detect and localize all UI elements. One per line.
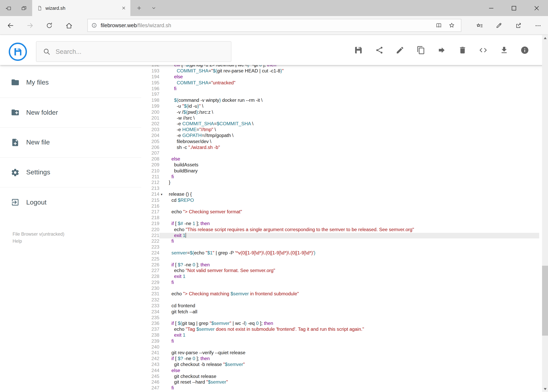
forward-icon[interactable] <box>22 18 38 33</box>
code-line-243[interactable]: 243 git checkout -b release "$semver" <box>141 362 539 368</box>
vertical-scrollbar[interactable] <box>542 35 548 392</box>
hub-icon[interactable] <box>472 18 487 33</box>
code-line-239[interactable]: 239 fi <box>141 338 539 344</box>
search-box[interactable] <box>36 41 231 62</box>
code-line-244[interactable]: 244 else <box>141 368 539 374</box>
tab-close-icon[interactable] <box>120 5 127 11</box>
code-line-213[interactable]: 213 <box>141 186 539 192</box>
code-line-196[interactable]: 196 fi <box>141 86 539 92</box>
code-line-192[interactable]: 192 elif [ "$(git log -1 2> /dev/null | … <box>141 65 539 68</box>
code-line-194[interactable]: 194 else <box>141 74 539 80</box>
code-editor[interactable]: 192 elif [ "$(git log -1 2> /dev/null | … <box>141 65 539 392</box>
code-line-223[interactable]: 223 <box>141 245 539 250</box>
code-line-232[interactable]: 232 <box>141 297 539 303</box>
code-line-237[interactable]: 237 echo "Tag $semver does not exist in … <box>141 327 539 333</box>
code-line-247[interactable]: 247 fi <box>141 385 539 391</box>
code-line-197[interactable]: 197 <box>141 92 539 98</box>
code-line-210[interactable]: 210 buildBinary <box>141 168 539 174</box>
new-tab-icon[interactable] <box>132 0 146 16</box>
code-line-222[interactable]: 222 fi <box>141 238 539 245</box>
minimize-button[interactable] <box>480 0 503 16</box>
code-line-224[interactable]: 224 semver=$(echo "$1" | grep -P '^v(0|[… <box>141 250 539 256</box>
address-bar[interactable]: filebrowser.web/files/wizard.sh <box>87 19 461 32</box>
sidebar-item-my-files[interactable]: My files <box>0 68 141 98</box>
code-line-204[interactable]: 204 -e GOPATH=//tmp/gopath \ <box>141 133 539 139</box>
code-line-202[interactable]: 202 -e COMMIT_SHA=$COMMIT_SHA \ <box>141 121 539 127</box>
download-button[interactable] <box>500 46 508 54</box>
help-link[interactable]: Help <box>13 238 64 245</box>
code-line-198[interactable]: 198 $(command -v winpty) docker run --rm… <box>141 98 539 104</box>
code-line-215[interactable]: 215 cd $REPO <box>141 197 539 203</box>
code-line-217[interactable]: 217 echo "> Checking semver format" <box>141 209 539 215</box>
code-line-218[interactable]: 218 <box>141 215 539 221</box>
share-button[interactable] <box>375 46 384 54</box>
code-line-231[interactable]: 231 echo "> Checking matching $semver in… <box>141 291 539 297</box>
code-line-240[interactable]: 240 <box>141 344 539 350</box>
page-info-icon[interactable] <box>91 22 97 28</box>
search-input[interactable] <box>55 48 225 55</box>
code-line-233[interactable]: 233 cd frontend <box>141 303 539 309</box>
tab-list-chevron-icon[interactable] <box>147 0 161 16</box>
code-line-246[interactable]: 246 git reset --hard "$semver" <box>141 379 539 385</box>
code-line-241[interactable]: 241 git rev-parse --verify --quiet relea… <box>141 350 539 356</box>
code-line-221[interactable]: 221 exit 1 <box>141 233 539 238</box>
fold-arrow-icon[interactable]: ▾ <box>161 192 163 197</box>
code-line-225[interactable]: 225 <box>141 256 539 262</box>
code-line-238[interactable]: 238 exit 1 <box>141 333 539 338</box>
home-icon[interactable] <box>61 18 77 33</box>
delete-button[interactable] <box>458 46 467 54</box>
code-line-216[interactable]: 216 <box>141 203 539 209</box>
code-line-235[interactable]: 235 <box>141 315 539 321</box>
more-menu-icon[interactable] <box>530 18 546 33</box>
code-line-205[interactable]: 205 filebrowser/dev \ <box>141 139 539 145</box>
code-line-242[interactable]: 242 if [ $? -ne 0 ]; then <box>141 356 539 362</box>
code-line-208[interactable]: 208 else <box>141 156 539 162</box>
code-line-229[interactable]: 229 fi <box>141 280 539 286</box>
code-line-236[interactable]: 236 if [ $(git tag | grep "$semver" | wc… <box>141 321 539 327</box>
info-button[interactable] <box>520 46 529 54</box>
code-line-203[interactable]: 203 -e HOME="//tmp" \ <box>141 127 539 133</box>
code-line-214[interactable]: 214▾release () { <box>141 192 539 197</box>
code-line-226[interactable]: 226 if [ $? -ne 0 ]; then <box>141 262 539 268</box>
browser-tab[interactable]: wizard.sh <box>32 0 130 16</box>
tab-preview-icon[interactable] <box>16 0 32 16</box>
code-line-195[interactable]: 195 COMMIT_SHA="untracked" <box>141 80 539 86</box>
favorite-star-icon[interactable] <box>445 22 458 29</box>
copy-button[interactable] <box>416 46 425 54</box>
code-line-193[interactable]: 193 COMMIT_SHA="$(git rev-parse HEAD | c… <box>141 68 539 74</box>
code-line-206[interactable]: 206 sh -c "./wizard.sh -b" <box>141 145 539 150</box>
share-icon[interactable] <box>511 18 527 33</box>
code-line-207[interactable]: 207 <box>141 150 539 156</box>
code-line-245[interactable]: 245 git checkout release <box>141 374 539 379</box>
scroll-down-icon[interactable] <box>542 386 548 392</box>
code-line-227[interactable]: 227 echo "Not valid semver format. See s… <box>141 268 539 274</box>
source-code-button[interactable] <box>479 46 487 54</box>
sidebar-item-settings[interactable]: Settings <box>0 157 141 187</box>
maximize-button[interactable] <box>503 0 525 16</box>
code-line-234[interactable]: 234 git fetch --all <box>141 309 539 315</box>
reading-view-icon[interactable] <box>432 22 445 29</box>
sidebar-item-logout[interactable]: Logout <box>0 187 141 217</box>
code-line-220[interactable]: 220 echo "This release script requires a… <box>141 227 539 233</box>
code-line-212[interactable]: 212} <box>141 180 539 186</box>
code-line-230[interactable]: 230 <box>141 286 539 291</box>
scrollbar-thumb[interactable] <box>542 266 548 336</box>
web-note-pen-icon[interactable] <box>492 18 507 33</box>
scroll-up-icon[interactable] <box>542 35 548 41</box>
rename-button[interactable] <box>395 46 404 54</box>
code-line-209[interactable]: 209 buildAssets <box>141 162 539 168</box>
code-line-228[interactable]: 228 exit 1 <box>141 274 539 280</box>
filebrowser-logo[interactable] <box>8 42 27 61</box>
code-line-219[interactable]: 219 if [ $# -ne 1 ]; then <box>141 221 539 227</box>
code-line-199[interactable]: 199 -u "$(id -u)" \ <box>141 104 539 109</box>
code-line-201[interactable]: 201 -w //src \ <box>141 115 539 121</box>
code-line-211[interactable]: 211 fi <box>141 174 539 180</box>
sidebar-item-new-folder[interactable]: New folder <box>0 98 141 127</box>
url-text[interactable]: filebrowser.web/files/wizard.sh <box>101 22 432 28</box>
code-line-200[interactable]: 200 -v /$(pwd):/src:z \ <box>141 109 539 115</box>
move-button[interactable] <box>437 46 446 54</box>
save-button[interactable] <box>354 46 363 54</box>
sidebar-item-new-file[interactable]: New file <box>0 127 141 157</box>
close-button[interactable] <box>525 0 548 16</box>
back-icon[interactable] <box>3 18 18 33</box>
